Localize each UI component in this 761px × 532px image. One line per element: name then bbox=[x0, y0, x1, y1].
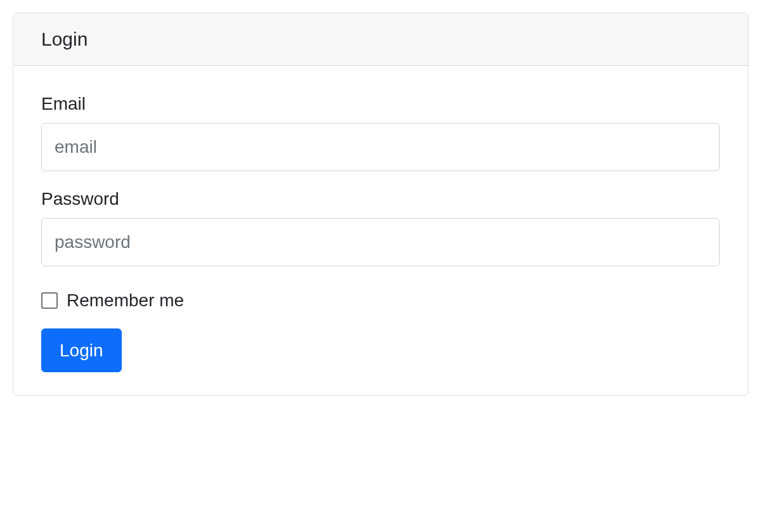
password-label: Password bbox=[41, 189, 720, 209]
remember-label[interactable]: Remember me bbox=[67, 290, 184, 311]
remember-group: Remember me bbox=[41, 290, 720, 311]
password-group: Password bbox=[41, 189, 720, 266]
card-body: Email Password Remember me Login bbox=[13, 66, 748, 395]
card-title: Login bbox=[41, 29, 88, 49]
email-field[interactable] bbox=[41, 123, 720, 171]
card-header: Login bbox=[13, 13, 748, 66]
login-card: Login Email Password Remember me Login bbox=[13, 13, 748, 396]
remember-checkbox[interactable] bbox=[41, 292, 58, 309]
email-group: Email bbox=[41, 94, 720, 171]
email-label: Email bbox=[41, 94, 720, 114]
login-button[interactable]: Login bbox=[41, 328, 122, 372]
password-field[interactable] bbox=[41, 218, 720, 266]
